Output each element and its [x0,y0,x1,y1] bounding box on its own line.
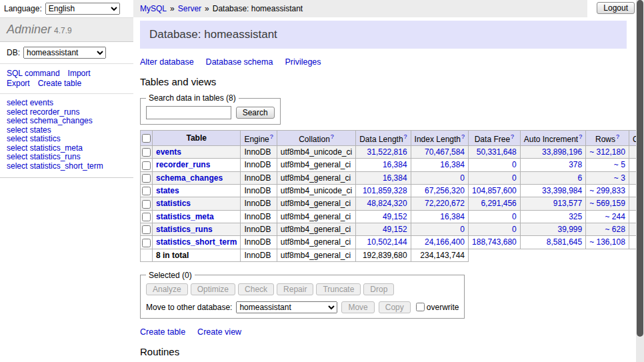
app-version: 4.7.9 [54,26,72,35]
overwrite-checkbox[interactable] [416,303,425,311]
database-action-link[interactable]: Database schema [206,57,273,67]
table-row: schema_changesInnoDButf8mb4_general_ci16… [141,171,644,184]
table-name-link[interactable]: events [156,147,181,157]
table-name-link[interactable]: schema_changes [156,173,223,183]
tables-table: TableEngine?Collation?Data Length?Index … [140,130,644,262]
move-db-select[interactable]: homeassistant [236,301,337,313]
column-header-engine: Engine? [241,131,277,146]
cell-table-name: recorder_runs [153,159,241,171]
column-label: Table [186,133,206,143]
table-name-link[interactable]: recorder_runs [156,160,210,169]
database-action-link[interactable]: Privileges [285,57,321,67]
cell-data-free: 188,743,680 [469,236,521,249]
breadcrumb-link[interactable]: MySQL [140,4,167,13]
sidebar-table-link[interactable]: select events [7,99,127,108]
rows-count-link[interactable]: ~ 312,180 [589,147,625,157]
table-name-link[interactable]: states [156,186,179,195]
command-link[interactable]: Export [7,79,30,88]
language-area: Language: English [0,0,133,17]
column-help-link[interactable]: ? [579,133,582,140]
cell-data-length: 10,502,144 [356,236,411,249]
row-checkbox[interactable] [142,161,151,170]
database-actions: Alter databaseDatabase schemaPrivileges [140,57,627,67]
rows-count-link[interactable]: ~ 136,108 [589,237,625,247]
repair-button[interactable]: Repair [277,283,313,295]
check-button[interactable]: Check [238,283,274,295]
table-row: statistics_metaInnoDButf8mb4_general_ci4… [141,210,644,223]
table-name-link[interactable]: statistics_meta [156,212,214,221]
cell-index-length: 0 [411,171,468,184]
row-checkbox[interactable] [142,213,151,221]
selected-fieldset: Selected (0) AnalyzeOptimizeCheckRepairT… [140,271,465,319]
rows-count-link[interactable]: ~ 3 [614,173,625,183]
rows-count-link[interactable]: ~ 569,159 [589,199,625,208]
cell-rows: ~ 628 [586,223,629,235]
column-help-link[interactable]: ? [331,133,334,140]
sidebar-table-link[interactable]: select recorder_runs [7,108,127,117]
rows-count-link[interactable]: ~ 5 [614,160,625,169]
table-name-link[interactable]: statistics [156,199,191,208]
selected-legend: Selected (0) [146,271,195,280]
row-checkbox[interactable] [142,225,151,234]
column-help-link[interactable]: ? [616,133,619,140]
create-link[interactable]: Create table [140,327,185,337]
cell-auto-increment: 39,999 [520,223,585,235]
command-link[interactable]: SQL command [7,69,60,78]
rows-count-link[interactable]: ~ 244 [605,212,625,221]
analyze-button[interactable]: Analyze [146,283,188,295]
routines-title: Routines [140,346,627,357]
column-help-link[interactable]: ? [511,133,514,140]
column-header-rows: Rows? [586,131,629,146]
optimize-button[interactable]: Optimize [191,283,235,295]
truncate-button[interactable]: Truncate [316,283,361,295]
column-help-link[interactable]: ? [270,133,273,140]
sidebar-table-link[interactable]: select statistics_short_term [7,162,127,171]
search-legend: Search data in tables (8) [146,93,239,103]
drop-button[interactable]: Drop [363,283,394,295]
database-action-link[interactable]: Alter database [140,57,194,67]
table-name-link[interactable]: statistics_short_term [156,237,237,247]
cell-rows: ~ 312,180 [586,146,629,159]
sidebar-table-link[interactable]: select statistics_runs [7,153,127,162]
column-help-link[interactable]: ? [404,133,407,140]
copy-button[interactable]: Copy [379,301,411,313]
breadcrumb-separator: » [205,4,209,13]
sidebar-table-link[interactable]: select statistics_meta [7,144,127,153]
row-checkbox[interactable] [142,187,151,195]
db-select[interactable]: homeassistant [23,47,106,59]
cell-data-free: 0 [469,210,521,223]
rows-count-link[interactable]: ~ 299,833 [589,186,625,195]
logout-button[interactable]: Logout [597,2,635,14]
search-input[interactable] [146,106,231,119]
move-button[interactable]: Move [341,301,374,313]
create-link[interactable]: Create view [197,327,241,337]
row-checkbox[interactable] [142,200,151,209]
row-checkbox[interactable] [142,148,151,157]
row-checkbox[interactable] [142,174,151,183]
sidebar-table-link[interactable]: select statistics [7,135,127,144]
sidebar-table-link[interactable]: select states [7,126,127,135]
cell-index-length: 0 [411,223,468,235]
search-button[interactable]: Search [236,107,275,119]
breadcrumb-link[interactable]: Server [178,4,201,13]
sidebar-table-link[interactable]: select schema_changes [7,117,127,126]
rows-count-link[interactable]: ~ 628 [605,225,625,234]
row-checkbox[interactable] [142,239,151,247]
cell-collation: utf8mb4_general_ci [277,171,355,184]
scrollbar-thumb[interactable] [637,0,643,337]
column-header-auto-increment: Auto Increment? [520,131,585,146]
cell-engine: InnoDB [241,223,277,235]
column-help-link[interactable]: ? [461,133,465,140]
table-name-link[interactable]: statistics_runs [156,225,213,234]
create-links: Create tableCreate view [140,327,627,337]
db-label: DB: [7,48,20,57]
command-link[interactable]: Create table [38,79,81,88]
column-header-collation: Collation? [277,131,355,146]
language-select[interactable]: English [45,3,120,15]
command-link[interactable]: Import [68,69,91,78]
table-row: statisticsInnoDButf8mb4_general_ci48,824… [141,197,644,210]
select-all-checkbox[interactable] [142,134,151,143]
move-row: Move to other database: homeassistant Mo… [146,301,459,313]
cell-index-length: 16,384 [411,210,468,223]
vertical-scrollbar[interactable] [636,0,644,362]
